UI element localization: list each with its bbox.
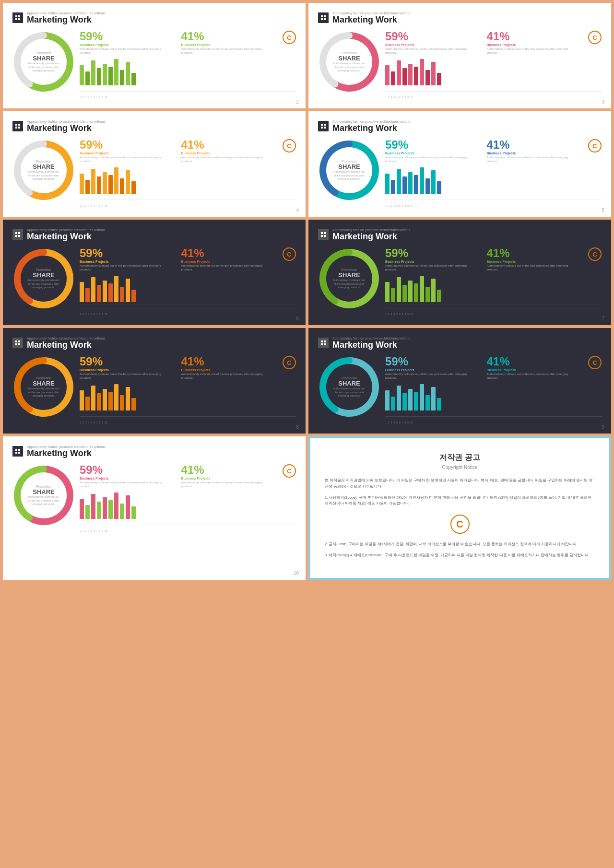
bar-label-col: 9 xyxy=(102,528,103,532)
bar-segment xyxy=(108,175,113,194)
slide-right: 59% Business Projects Authoritatively cu… xyxy=(385,139,602,207)
stat-pct-2: 41% xyxy=(181,356,273,367)
stat-name-2: Business Projects xyxy=(487,260,579,263)
bar-column xyxy=(108,67,113,85)
bar-column xyxy=(414,392,418,411)
bar-column xyxy=(114,59,118,85)
promo-label: Promotion xyxy=(27,51,60,55)
copyright-para-4: 3. 제작(merge) & 재배포(Distribute): 구매 후 다운로… xyxy=(325,552,595,559)
stat-block-1: 59% Business Projects Authoritatively cu… xyxy=(385,356,477,380)
slide-8: Appropriately fashion proactive architec… xyxy=(308,328,611,434)
share-desc: Authoritatively cultivate out-of-the-box… xyxy=(27,387,60,397)
bar-column xyxy=(97,393,101,411)
bar-label-col: 6 xyxy=(94,94,95,99)
stat-name-2: Business Projects xyxy=(181,152,273,155)
header-text: Appropriately fashion proactive architec… xyxy=(27,12,106,25)
bar-label-col: 10 xyxy=(410,94,413,99)
bar-label-col: 4 xyxy=(393,203,395,207)
stats-row: 59% Business Projects Authoritatively cu… xyxy=(385,31,602,55)
stat-pct-2: 41% xyxy=(487,247,579,259)
svg-rect-2 xyxy=(15,18,17,20)
bar-axis-label: 2 xyxy=(83,204,84,207)
bar-column xyxy=(91,386,95,411)
bar-segment xyxy=(425,395,430,411)
bar-column xyxy=(425,70,430,85)
bar-label-col: 4 xyxy=(88,528,89,532)
bar-chart-labels: 12345678910 xyxy=(80,203,296,207)
slide-number: 9 xyxy=(602,424,604,430)
bar-segment xyxy=(437,290,441,302)
svg-rect-14 xyxy=(321,127,323,129)
share-desc: Authoritatively cultivate out-of-the-box… xyxy=(27,170,60,180)
promo-label: Promotion xyxy=(27,160,60,163)
promo-label: Promotion xyxy=(332,160,366,163)
bar-axis-label: 9 xyxy=(102,421,103,424)
bar-label-col: 8 xyxy=(404,420,406,424)
bar-column xyxy=(131,73,136,85)
bar-label-col: 2 xyxy=(388,420,390,424)
stats-row: 59% Business Projects Authoritatively cu… xyxy=(80,139,296,164)
donut-chart: Promotion SHARE Authoritatively cultivat… xyxy=(12,247,75,310)
bar-label-col: 10 xyxy=(410,420,413,424)
bar-label-col: 10 xyxy=(105,528,107,532)
donut-chart: Promotion SHARE Authoritatively cultivat… xyxy=(12,139,75,201)
stat-desc-1: Authoritatively cultivate out-of-the-box… xyxy=(385,373,477,380)
bar-axis-label: 3 xyxy=(391,204,392,207)
bar-axis-label: 9 xyxy=(102,96,103,99)
bar-column xyxy=(108,392,113,411)
bar-axis-label: 6 xyxy=(94,421,95,424)
bar-axis-label: 9 xyxy=(407,96,409,99)
bar-segment xyxy=(114,167,118,194)
bar-column xyxy=(120,70,124,85)
bar-column xyxy=(420,384,424,411)
bar-segment xyxy=(120,178,124,194)
stat-pct-1: 59% xyxy=(80,31,172,42)
slide-header: Appropriately fashion proactive architec… xyxy=(12,120,296,133)
stat-block-2: 41% Business Projects Authoritatively cu… xyxy=(487,139,579,164)
donut-chart: Promotion SHARE Authoritatively cultivat… xyxy=(318,356,380,418)
bar-label-col: 10 xyxy=(410,203,413,207)
bar-axis-label: 3 xyxy=(391,96,392,99)
slide-header: Appropriately fashion proactive architec… xyxy=(12,337,296,350)
bar-axis-label: 5 xyxy=(91,529,92,532)
stats-row: 59% Business Projects Authoritatively cu… xyxy=(385,356,602,380)
bar-segment xyxy=(131,398,136,411)
bar-axis-label: 5 xyxy=(91,313,92,316)
bar-segment xyxy=(437,398,441,411)
header-text: Appropriately fashion proactive architec… xyxy=(332,120,411,133)
bar-label-col: 3 xyxy=(391,203,392,207)
svg-rect-17 xyxy=(18,232,20,234)
bar-chart-labels: 12345678910 xyxy=(385,94,602,99)
bar-axis-label: 7 xyxy=(96,313,98,316)
svg-rect-3 xyxy=(18,18,20,20)
stats-row: 59% Business Projects Authoritatively cu… xyxy=(80,464,296,489)
bar-label-col: 7 xyxy=(96,94,98,99)
logo-box xyxy=(318,338,329,348)
bar-column xyxy=(131,506,136,519)
slide-number: 3 xyxy=(602,99,604,105)
bar-label-col: 2 xyxy=(83,311,84,316)
bar-segment xyxy=(91,60,95,85)
bar-label-col: 2 xyxy=(83,94,84,99)
bar-chart xyxy=(385,275,602,308)
svg-rect-19 xyxy=(18,235,20,237)
bar-label-col: 10 xyxy=(105,311,107,316)
bar-column xyxy=(80,282,84,302)
c-logo: C xyxy=(588,247,602,261)
slide-header: Appropriately fashion proactive architec… xyxy=(318,120,602,133)
bar-label-col: 8 xyxy=(99,528,100,532)
bar-segment xyxy=(402,176,407,194)
bar-segment xyxy=(108,500,113,519)
stat-block-2: 41% Business Projects Authoritatively cu… xyxy=(487,31,579,55)
donut-center: Promotion SHARE Authoritatively cultivat… xyxy=(332,268,366,289)
stat-pct-1: 59% xyxy=(80,139,172,151)
promo-label: Promotion xyxy=(332,268,366,271)
bar-label-col: 9 xyxy=(407,311,409,316)
bar-axis-label: 3 xyxy=(85,421,87,424)
bar-axis-label: 9 xyxy=(407,313,409,316)
stat-block-1: 59% Business Projects Authoritatively cu… xyxy=(80,464,172,489)
bar-axis-label: 7 xyxy=(402,96,403,99)
bar-label-col: 6 xyxy=(94,203,95,207)
bar-axis-label: 5 xyxy=(396,421,398,424)
bar-segment xyxy=(80,499,84,519)
